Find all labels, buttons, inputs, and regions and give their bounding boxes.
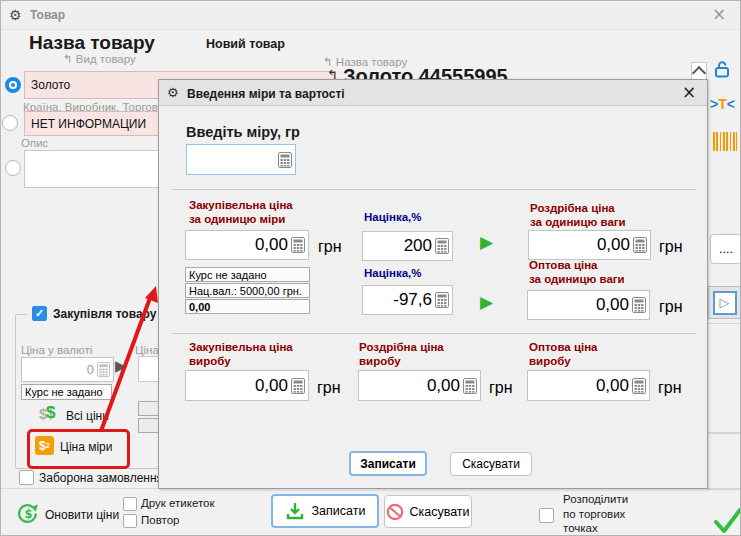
all-prices-icon: $ $ bbox=[39, 405, 61, 425]
markup1-input[interactable]: 200 bbox=[362, 231, 453, 261]
dialog-cancel-button[interactable]: Скасувати bbox=[450, 452, 532, 476]
purchase-checkbox[interactable]: ✓ bbox=[32, 306, 47, 321]
country-radio[interactable] bbox=[2, 115, 18, 131]
calculator-icon[interactable] bbox=[633, 237, 647, 253]
retail-unit-label: Роздрібна ціна за одиницю ваги bbox=[530, 202, 626, 229]
calculator-icon[interactable] bbox=[291, 237, 305, 253]
all-prices-button[interactable]: Всі ціни bbox=[66, 409, 109, 423]
side-panel bbox=[707, 433, 741, 490]
transfer-arrow-icon: ▶ bbox=[115, 359, 127, 374]
update-prices-button[interactable]: Оновити ціни bbox=[45, 508, 119, 522]
wholesale-unit-label: Оптова ціна за одиницю ваги bbox=[529, 259, 625, 286]
back-arrow-icon[interactable]: ↰ bbox=[63, 52, 73, 66]
repeat-checkbox[interactable] bbox=[123, 514, 137, 528]
calculator-icon[interactable] bbox=[463, 378, 477, 394]
calculator-icon[interactable] bbox=[97, 362, 110, 377]
distribute-label: Розподілити по торгових точках bbox=[563, 492, 628, 536]
retail-unit-input[interactable]: 0,00 bbox=[528, 230, 651, 260]
currency-suffix: грн bbox=[658, 379, 682, 397]
play-button-frame: ▷ bbox=[708, 286, 741, 319]
side-panel bbox=[707, 323, 741, 433]
markup2-input[interactable]: -97,6 bbox=[362, 285, 453, 315]
dialog-close-icon[interactable]: × bbox=[682, 85, 696, 99]
save-button[interactable]: Записати bbox=[271, 494, 379, 528]
page-title: Назва товару bbox=[29, 32, 155, 54]
exchange-rate-status: Курс не задано bbox=[21, 384, 112, 400]
currency-suffix: грн bbox=[317, 379, 341, 397]
national-currency-rate: Нац.вал.: 5000,00 грн. bbox=[185, 283, 310, 298]
purchase-unit-label: Закупівельна ціна за одиницю міри bbox=[189, 199, 293, 226]
measure-input[interactable] bbox=[186, 144, 296, 175]
description-label: Опис bbox=[21, 137, 48, 149]
no-entry-icon bbox=[386, 503, 404, 521]
repeat-label: Повтор bbox=[141, 514, 179, 526]
purchase-legend: ✓ Закупівля товару bbox=[27, 306, 161, 321]
purchase-unit-input[interactable]: 0,00 bbox=[185, 230, 309, 260]
gear-icon: ⚙ bbox=[167, 85, 179, 100]
currency-suffix: грн bbox=[659, 238, 683, 256]
currency-suffix: грн bbox=[318, 238, 342, 256]
wholesale-item-label: Оптова ціна виробу bbox=[529, 341, 598, 368]
product-window: ⚙ Товар × Назва товару Новий товар ↰ Вид… bbox=[0, 0, 741, 536]
annotation-highlight-box bbox=[27, 429, 130, 469]
description-radio[interactable] bbox=[5, 160, 21, 176]
window-titlebar bbox=[1, 1, 741, 30]
window-close-icon[interactable]: × bbox=[712, 7, 726, 21]
print-labels-label: Друк етикеток bbox=[141, 497, 214, 509]
measure-value-dialog: ⚙ Введення міри та вартості × Введіть мі… bbox=[158, 79, 708, 489]
calculator-icon[interactable] bbox=[278, 152, 292, 168]
distribute-checkbox[interactable] bbox=[539, 508, 554, 523]
purchase-item-label: Закупівельна ціна виробу bbox=[189, 341, 293, 368]
calculator-icon[interactable] bbox=[435, 238, 449, 254]
dialog-title: Введення міри та вартості bbox=[187, 87, 345, 101]
purchase-item-input[interactable]: 0,00 bbox=[185, 370, 309, 401]
gear-icon: ⚙ bbox=[9, 7, 22, 23]
markup1-label: Націнка,% bbox=[364, 211, 421, 223]
calculator-icon[interactable] bbox=[632, 378, 646, 394]
confirm-check-icon[interactable] bbox=[713, 505, 741, 535]
barcode-icon[interactable] bbox=[713, 132, 737, 151]
type-radio[interactable] bbox=[5, 77, 21, 93]
markup2-label: Націнка,% bbox=[364, 267, 421, 279]
order-ban-label: Заборона замовлення bbox=[39, 471, 163, 485]
play-icon: ▷ bbox=[720, 295, 730, 310]
align-center-icon[interactable]: >T< bbox=[710, 96, 735, 112]
divider bbox=[172, 333, 696, 334]
retail-item-input[interactable]: 0,00 bbox=[358, 370, 481, 401]
refresh-prices-icon bbox=[16, 501, 41, 526]
calculator-icon[interactable] bbox=[632, 297, 646, 313]
wholesale-item-input[interactable]: 0,00 bbox=[527, 370, 650, 401]
currency-suffix: грн bbox=[489, 379, 513, 397]
window-title: Товар bbox=[30, 8, 65, 22]
unlock-icon[interactable] bbox=[712, 59, 732, 79]
cancel-button[interactable]: Скасувати bbox=[384, 495, 472, 528]
play-button[interactable]: ▷ bbox=[713, 291, 737, 315]
order-ban-checkbox[interactable] bbox=[19, 470, 34, 485]
dialog-save-button[interactable]: Записати bbox=[349, 451, 427, 476]
more-button[interactable]: .... bbox=[710, 234, 741, 264]
apply-arrow-icon[interactable]: ▶ bbox=[480, 294, 493, 311]
download-icon bbox=[285, 501, 305, 521]
retail-item-label: Роздрібна ціна виробу bbox=[359, 341, 444, 368]
new-item-label: Новий товар bbox=[206, 37, 285, 51]
chevron-up-icon bbox=[692, 65, 706, 79]
converted-value: 0,00 bbox=[185, 299, 310, 314]
currency-price-label: Ціна у валюті bbox=[21, 344, 92, 356]
currency-price-field[interactable]: 0 bbox=[21, 357, 114, 382]
calculator-icon[interactable] bbox=[291, 378, 305, 394]
divider bbox=[172, 189, 696, 190]
type-label: ↰ Вид товару bbox=[63, 52, 136, 66]
wholesale-unit-input[interactable]: 0,00 bbox=[527, 290, 650, 320]
rate-status: Курс не задано bbox=[185, 267, 310, 282]
calculator-icon[interactable] bbox=[435, 292, 449, 308]
currency-suffix: грн bbox=[659, 298, 683, 316]
print-labels-checkbox[interactable] bbox=[123, 497, 137, 511]
collapse-name-button[interactable] bbox=[691, 62, 707, 80]
measure-label: Введіть міру, гр bbox=[186, 124, 300, 140]
apply-arrow-icon[interactable]: ▶ bbox=[480, 234, 493, 251]
